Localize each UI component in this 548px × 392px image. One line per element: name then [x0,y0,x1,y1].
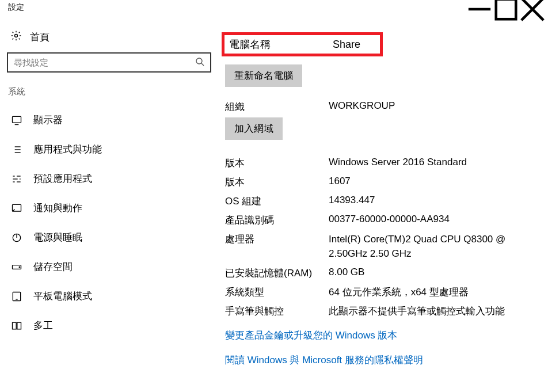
sidebar-item-label: 顯示器 [33,113,63,127]
computer-name-row: 電腦名稱 Share [222,32,383,56]
gear-icon [10,30,22,44]
spec-label: 已安裝記憶體(RAM) [225,267,329,280]
home-label: 首頁 [30,31,50,44]
svg-point-25 [19,267,20,268]
svg-rect-28 [13,322,17,329]
search-icon [195,57,204,68]
sidebar-item-power[interactable]: 電源與睡眠 [6,223,216,252]
svg-rect-7 [13,116,21,123]
spec-row: 處理器Intel(R) Core(TM)2 Quad CPU Q8300 @ 2… [222,230,541,264]
spec-label: 版本 [225,157,329,170]
spec-value: 1607 [329,176,541,189]
maximize-button[interactable] [493,1,519,17]
rename-pc-button[interactable]: 重新命名電腦 [225,64,302,87]
spec-row: OS 組建14393.447 [222,192,541,211]
sidebar-item-apps[interactable]: 應用程式與功能 [6,135,216,164]
close-button[interactable] [519,1,546,17]
org-row: 組織 WORKGROUP [222,97,541,116]
spec-row: 系統類型64 位元作業系統，x64 型處理器 [222,283,541,302]
sidebar-item-tablet[interactable]: 平板電腦模式 [6,281,216,311]
org-label: 組織 [225,100,329,113]
sidebar: 首頁 系統 顯示器 應用程式與功能 預設應用程式 通知與動作 [0,15,222,370]
svg-point-4 [15,35,18,37]
sidebar-item-display[interactable]: 顯示器 [6,105,216,135]
sidebar-item-label: 通知與動作 [33,201,82,215]
search-box[interactable] [7,52,211,73]
spec-label: OS 組建 [225,195,329,208]
sidebar-item-label: 儲存空間 [33,260,73,273]
tablet-icon [10,291,23,302]
spec-value: 14393.447 [329,195,541,208]
spec-value: 此顯示器不提供手寫筆或觸控式輸入功能 [329,305,541,318]
spec-label: 處理器 [225,233,329,261]
sidebar-item-label: 電源與睡眠 [33,231,82,244]
sidebar-item-label: 應用程式與功能 [33,143,102,156]
power-icon [10,232,23,243]
section-label: 系統 [6,73,216,105]
home-button[interactable]: 首頁 [6,26,216,52]
spec-label: 手寫筆與觸控 [225,305,329,318]
window-title: 設定 [5,2,24,13]
svg-rect-1 [496,0,516,19]
spec-label: 產品識別碼 [225,214,329,227]
titlebar: 設定 [0,0,548,15]
sidebar-item-label: 預設應用程式 [33,172,92,185]
change-product-key-link[interactable]: 變更產品金鑰或升級您的 Windows 版本 [222,325,541,345]
privacy-link[interactable]: 閱讀 Windows 與 Microsoft 服務的隱私權聲明 [222,350,541,370]
window-controls [466,1,546,17]
computer-name-value: Share [333,39,360,51]
spec-value: Intel(R) Core(TM)2 Quad CPU Q8300 @ 2.50… [329,233,541,261]
spec-row: 手寫筆與觸控此顯示器不提供手寫筆或觸控式輸入功能 [222,302,541,321]
monitor-icon [10,115,23,126]
main-panel: 電腦名稱 Share 重新命名電腦 組織 WORKGROUP 加入網域 版本Wi… [222,15,548,370]
search-input[interactable] [14,58,185,67]
notification-icon [10,203,23,214]
spec-row: 版本Windows Server 2016 Standard [222,154,541,173]
sidebar-item-notifications[interactable]: 通知與動作 [6,193,216,223]
org-value: WORKGROUP [329,100,541,113]
svg-point-5 [196,58,202,64]
sidebar-item-label: 多工 [33,319,53,332]
multitask-icon [10,320,23,332]
defaults-icon [10,173,23,185]
spec-row: 產品識別碼00377-60000-00000-AA934 [222,211,541,230]
svg-rect-29 [17,322,21,329]
storage-icon [10,261,23,273]
sidebar-item-storage[interactable]: 儲存空間 [6,252,216,281]
spec-label: 版本 [225,176,329,189]
svg-line-6 [201,63,204,66]
spec-value: 64 位元作業系統，x64 型處理器 [329,286,541,299]
spec-value: 00377-60000-00000-AA934 [329,214,541,227]
spec-row: 版本1607 [222,173,541,192]
spec-value: Windows Server 2016 Standard [329,157,541,170]
spec-label: 系統類型 [225,286,329,299]
computer-name-label: 電腦名稱 [229,37,333,51]
minimize-button[interactable] [466,1,493,17]
sidebar-item-default-apps[interactable]: 預設應用程式 [6,164,216,193]
join-domain-button[interactable]: 加入網域 [225,117,283,140]
spec-row: 已安裝記憶體(RAM)8.00 GB [222,264,541,283]
list-icon [10,144,23,155]
sidebar-item-label: 平板電腦模式 [33,290,92,303]
spec-value: 8.00 GB [329,267,541,280]
sidebar-item-multitask[interactable]: 多工 [6,311,216,340]
